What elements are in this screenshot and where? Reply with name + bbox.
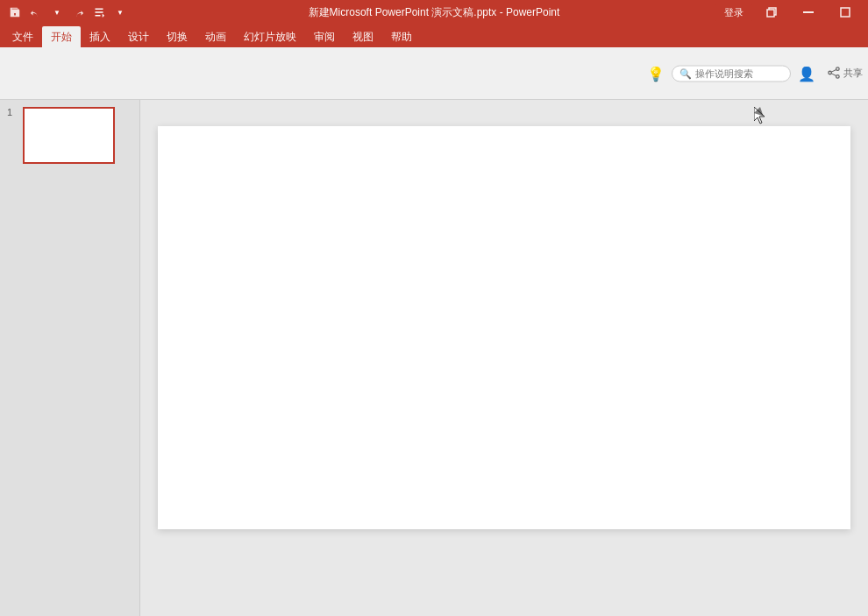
- person-icon: 👤: [798, 65, 815, 81]
- svg-point-7: [836, 67, 840, 70]
- customize-qat[interactable]: [89, 3, 109, 22]
- quick-access-toolbar: ▼ ▼: [5, 3, 130, 22]
- slide-canvas[interactable]: [158, 126, 850, 529]
- search-box[interactable]: 🔍: [672, 65, 791, 81]
- redo-button[interactable]: [68, 3, 88, 22]
- svg-rect-2: [96, 15, 101, 17]
- svg-rect-6: [841, 8, 850, 17]
- tab-file[interactable]: 文件: [4, 26, 42, 47]
- share-icon: [828, 67, 840, 81]
- ribbon-tabs: 文件 开始 插入 设计 切换 动画 幻灯片放映 审阅 视图 帮助: [0, 25, 868, 47]
- minimize-button[interactable]: [791, 0, 826, 25]
- tab-view[interactable]: 视图: [344, 26, 382, 47]
- svg-marker-3: [103, 14, 104, 18]
- slide-panel: 1: [0, 100, 140, 616]
- slide-item-1[interactable]: 1: [7, 107, 132, 164]
- bulb-icon: 💡: [647, 65, 665, 81]
- tab-insert[interactable]: 插入: [81, 26, 119, 47]
- title-bar: ▼ ▼ 新建Microsoft PowerPoint 演示文稿.pptx - P…: [0, 0, 868, 25]
- search-area: 💡 🔍 👤: [647, 65, 815, 81]
- slide-thumbnail[interactable]: [23, 107, 115, 164]
- share-button[interactable]: 共享: [828, 67, 863, 81]
- title-bar-controls: 登录: [715, 0, 863, 25]
- svg-rect-4: [767, 10, 774, 17]
- maximize-button[interactable]: [828, 0, 863, 25]
- edit-area[interactable]: [140, 100, 868, 616]
- main-area: 1: [0, 100, 868, 616]
- tab-animation[interactable]: 动画: [196, 26, 235, 47]
- title-bar-left: ▼ ▼: [5, 3, 130, 22]
- svg-line-10: [831, 69, 836, 72]
- tab-transition[interactable]: 切换: [158, 26, 196, 47]
- tab-home[interactable]: 开始: [42, 26, 81, 47]
- tab-slideshow[interactable]: 幻灯片放映: [235, 26, 305, 47]
- title-bar-title: 新建Microsoft PowerPoint 演示文稿.pptx - Power…: [309, 5, 560, 20]
- svg-line-11: [831, 73, 836, 75]
- search-icon: 🔍: [679, 67, 692, 79]
- share-label: 共享: [843, 67, 863, 80]
- svg-point-9: [829, 71, 832, 74]
- qat-more[interactable]: ▼: [110, 3, 130, 22]
- ribbon-toolbar: 💡 🔍 👤 共享: [0, 47, 868, 100]
- undo-button[interactable]: [26, 3, 46, 22]
- save-button[interactable]: [5, 3, 25, 22]
- svg-point-8: [836, 74, 840, 78]
- svg-rect-5: [803, 11, 814, 13]
- svg-rect-1: [96, 11, 103, 13]
- svg-rect-0: [96, 9, 103, 11]
- restore-button[interactable]: [754, 0, 789, 25]
- login-button[interactable]: 登录: [715, 4, 752, 22]
- slide-number: 1: [7, 107, 18, 117]
- search-input[interactable]: [695, 68, 783, 79]
- tab-review[interactable]: 审阅: [305, 26, 344, 47]
- tab-design[interactable]: 设计: [119, 26, 158, 47]
- undo-dropdown[interactable]: ▼: [47, 3, 67, 22]
- tab-help[interactable]: 帮助: [382, 26, 421, 47]
